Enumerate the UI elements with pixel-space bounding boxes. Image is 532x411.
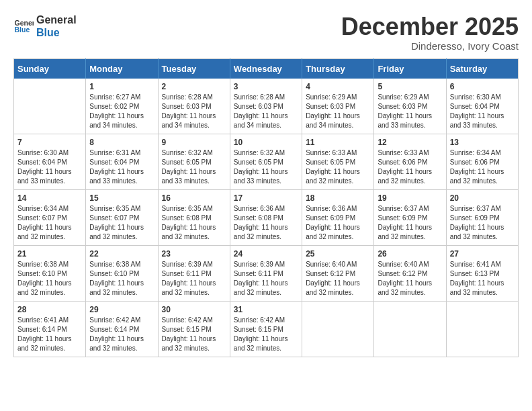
day-number: 3 [234,82,298,91]
calendar-day-cell [14,79,86,134]
calendar-day-cell: 5Sunrise: 6:29 AM Sunset: 6:03 PM Daylig… [374,79,446,134]
weekday-header: Saturday [446,58,518,79]
day-number: 5 [378,82,442,91]
calendar-day-cell: 29Sunrise: 6:42 AM Sunset: 6:14 PM Dayli… [86,301,158,357]
day-number: 17 [234,193,298,203]
day-info: Sunrise: 6:36 AM Sunset: 6:09 PM Dayligh… [306,204,370,242]
calendar-day-cell: 28Sunrise: 6:41 AM Sunset: 6:14 PM Dayli… [14,301,86,357]
calendar-day-cell: 15Sunrise: 6:35 AM Sunset: 6:07 PM Dayli… [86,189,158,245]
day-info: Sunrise: 6:40 AM Sunset: 6:12 PM Dayligh… [306,260,370,298]
day-info: Sunrise: 6:32 AM Sunset: 6:05 PM Dayligh… [234,148,298,186]
day-info: Sunrise: 6:41 AM Sunset: 6:14 PM Dayligh… [17,316,82,353]
day-info: Sunrise: 6:41 AM Sunset: 6:13 PM Dayligh… [450,260,515,298]
calendar-day-cell: 31Sunrise: 6:42 AM Sunset: 6:15 PM Dayli… [230,301,302,357]
day-number: 10 [234,138,298,147]
day-info: Sunrise: 6:36 AM Sunset: 6:08 PM Dayligh… [234,204,298,242]
calendar-week-row: 1Sunrise: 6:27 AM Sunset: 6:02 PM Daylig… [14,79,519,134]
calendar-day-cell [302,301,374,357]
day-info: Sunrise: 6:30 AM Sunset: 6:04 PM Dayligh… [17,148,82,186]
calendar-day-cell: 23Sunrise: 6:39 AM Sunset: 6:11 PM Dayli… [158,245,230,301]
day-info: Sunrise: 6:33 AM Sunset: 6:05 PM Dayligh… [306,148,370,186]
logo-icon: General Blue [13,16,34,36]
day-number: 29 [89,305,154,314]
day-info: Sunrise: 6:38 AM Sunset: 6:10 PM Dayligh… [17,260,82,298]
calendar-day-cell [446,301,518,357]
weekday-header: Thursday [302,58,374,79]
calendar-day-cell: 11Sunrise: 6:33 AM Sunset: 6:05 PM Dayli… [302,134,374,189]
calendar-day-cell: 12Sunrise: 6:33 AM Sunset: 6:06 PM Dayli… [374,134,446,189]
weekday-header: Sunday [14,58,86,79]
calendar-day-cell: 20Sunrise: 6:37 AM Sunset: 6:09 PM Dayli… [446,189,518,245]
calendar-week-row: 7Sunrise: 6:30 AM Sunset: 6:04 PM Daylig… [14,134,519,189]
day-number: 13 [450,138,515,147]
calendar-day-cell: 8Sunrise: 6:31 AM Sunset: 6:04 PM Daylig… [86,134,158,189]
location: Dinderesso, Ivory Coast [341,40,519,52]
day-number: 30 [162,305,226,314]
day-info: Sunrise: 6:40 AM Sunset: 6:12 PM Dayligh… [378,260,442,298]
calendar-day-cell: 30Sunrise: 6:42 AM Sunset: 6:15 PM Dayli… [158,301,230,357]
calendar-day-cell: 4Sunrise: 6:29 AM Sunset: 6:03 PM Daylig… [302,79,374,134]
calendar-week-row: 14Sunrise: 6:34 AM Sunset: 6:07 PM Dayli… [14,189,519,245]
day-number: 11 [306,138,370,147]
calendar-day-cell: 9Sunrise: 6:32 AM Sunset: 6:05 PM Daylig… [158,134,230,189]
svg-text:Blue: Blue [15,26,30,34]
day-number: 4 [306,82,370,91]
day-number: 22 [89,249,154,259]
day-info: Sunrise: 6:30 AM Sunset: 6:04 PM Dayligh… [450,93,515,130]
day-info: Sunrise: 6:29 AM Sunset: 6:03 PM Dayligh… [378,93,442,130]
day-info: Sunrise: 6:37 AM Sunset: 6:09 PM Dayligh… [378,204,442,242]
day-number: 20 [450,193,515,203]
calendar-day-cell: 10Sunrise: 6:32 AM Sunset: 6:05 PM Dayli… [230,134,302,189]
day-number: 23 [162,249,226,259]
day-info: Sunrise: 6:35 AM Sunset: 6:08 PM Dayligh… [162,204,226,242]
day-number: 8 [89,138,154,147]
day-number: 16 [162,193,226,203]
calendar-day-cell: 3Sunrise: 6:28 AM Sunset: 6:03 PM Daylig… [230,79,302,134]
calendar-day-cell: 18Sunrise: 6:36 AM Sunset: 6:09 PM Dayli… [302,189,374,245]
calendar-day-cell [374,301,446,357]
page-header: General Blue General Blue December 2025 … [13,13,519,52]
day-number: 21 [17,249,82,259]
weekday-header: Wednesday [230,58,302,79]
calendar-header-row: SundayMondayTuesdayWednesdayThursdayFrid… [14,58,519,79]
calendar-day-cell: 19Sunrise: 6:37 AM Sunset: 6:09 PM Dayli… [374,189,446,245]
day-info: Sunrise: 6:38 AM Sunset: 6:10 PM Dayligh… [89,260,154,298]
calendar-week-row: 21Sunrise: 6:38 AM Sunset: 6:10 PM Dayli… [14,245,519,301]
calendar-day-cell: 17Sunrise: 6:36 AM Sunset: 6:08 PM Dayli… [230,189,302,245]
day-info: Sunrise: 6:27 AM Sunset: 6:02 PM Dayligh… [89,93,154,130]
day-info: Sunrise: 6:28 AM Sunset: 6:03 PM Dayligh… [162,93,226,130]
calendar-day-cell: 7Sunrise: 6:30 AM Sunset: 6:04 PM Daylig… [14,134,86,189]
day-number: 24 [234,249,298,259]
day-info: Sunrise: 6:34 AM Sunset: 6:06 PM Dayligh… [450,148,515,186]
day-number: 12 [378,138,442,147]
weekday-header: Tuesday [158,58,230,79]
day-info: Sunrise: 6:42 AM Sunset: 6:14 PM Dayligh… [89,316,154,353]
calendar-day-cell: 24Sunrise: 6:39 AM Sunset: 6:11 PM Dayli… [230,245,302,301]
day-number: 7 [17,138,82,147]
day-info: Sunrise: 6:32 AM Sunset: 6:05 PM Dayligh… [162,148,226,186]
day-info: Sunrise: 6:42 AM Sunset: 6:15 PM Dayligh… [234,316,298,353]
month-title: December 2025 [341,13,519,40]
day-number: 1 [89,82,154,91]
day-info: Sunrise: 6:33 AM Sunset: 6:06 PM Dayligh… [378,148,442,186]
day-info: Sunrise: 6:35 AM Sunset: 6:07 PM Dayligh… [89,204,154,242]
day-number: 25 [306,249,370,259]
calendar-day-cell: 1Sunrise: 6:27 AM Sunset: 6:02 PM Daylig… [86,79,158,134]
day-info: Sunrise: 6:29 AM Sunset: 6:03 PM Dayligh… [306,93,370,130]
calendar-day-cell: 26Sunrise: 6:40 AM Sunset: 6:12 PM Dayli… [374,245,446,301]
day-info: Sunrise: 6:34 AM Sunset: 6:07 PM Dayligh… [17,204,82,242]
day-number: 18 [306,193,370,203]
day-info: Sunrise: 6:39 AM Sunset: 6:11 PM Dayligh… [234,260,298,298]
day-number: 15 [89,193,154,203]
day-number: 26 [378,249,442,259]
weekday-header: Monday [86,58,158,79]
calendar-day-cell: 21Sunrise: 6:38 AM Sunset: 6:10 PM Dayli… [14,245,86,301]
logo-blue: Blue [36,26,77,39]
calendar-table: SundayMondayTuesdayWednesdayThursdayFrid… [13,58,519,357]
day-info: Sunrise: 6:37 AM Sunset: 6:09 PM Dayligh… [450,204,515,242]
logo: General Blue General Blue [13,13,77,39]
day-info: Sunrise: 6:42 AM Sunset: 6:15 PM Dayligh… [162,316,226,353]
day-info: Sunrise: 6:39 AM Sunset: 6:11 PM Dayligh… [162,260,226,298]
title-block: December 2025 Dinderesso, Ivory Coast [341,13,519,52]
day-number: 9 [162,138,226,147]
